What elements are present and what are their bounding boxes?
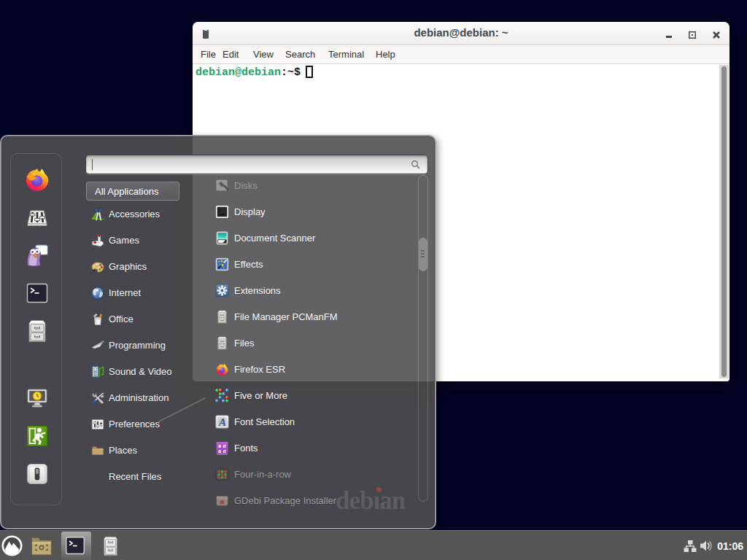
svg-text:A: A [218, 416, 226, 428]
svg-text:a: a [218, 448, 221, 454]
svg-text:a: a [223, 448, 226, 454]
